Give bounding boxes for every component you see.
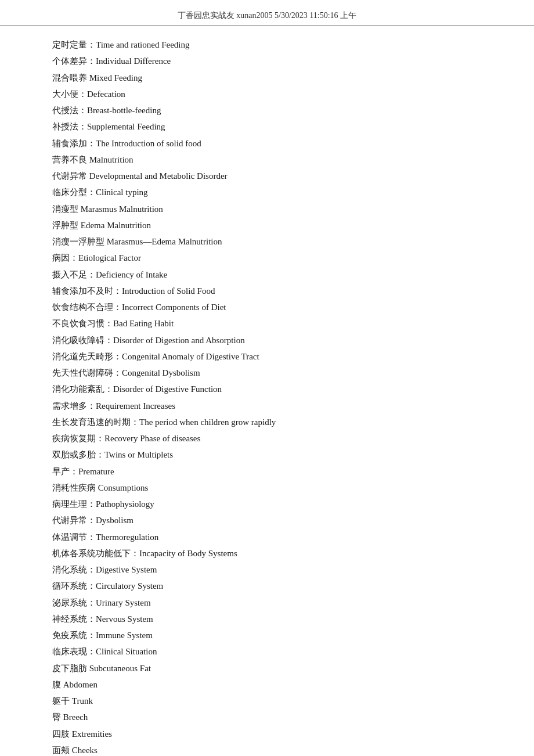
list-item: 生长发育迅速的时期：The period when children grow … xyxy=(52,414,482,430)
list-item: 浮肿型 Edema Malnutrition xyxy=(52,217,482,233)
list-item: 不良饮食习惯：Bad Eating Habit xyxy=(52,315,482,332)
list-item: 需求增多：Requirement Increases xyxy=(52,398,482,414)
list-item: 腹 Abdomen xyxy=(52,676,482,693)
list-item: 消化功能紊乱：Disorder of Digestive Function xyxy=(52,381,482,397)
list-item: 消瘦一浮肿型 Marasmus—Edema Malnutrition xyxy=(52,233,482,250)
list-item: 定时定量：Time and rationed Feeding xyxy=(52,37,482,53)
list-item: 代授法：Breast-bottle-feeding xyxy=(52,102,482,118)
list-item: 病因：Etiological Factor xyxy=(52,250,482,266)
list-item: 先天性代谢障碍：Congenital Dysbolism xyxy=(52,365,482,381)
list-item: 营养不良 Malnutrition xyxy=(52,152,482,168)
list-item: 临床表现：Clinical Situation xyxy=(52,643,482,660)
header-text: 丁香园忠实战友 xunan2005 5/30/2023 11:50:16 上午 xyxy=(178,11,356,20)
main-content: 定时定量：Time and rationed Feeding个体差异：Indiv… xyxy=(0,37,534,756)
list-item: 疾病恢复期：Recovery Phase of diseases xyxy=(52,430,482,447)
page-header: 丁香园忠实战友 xunan2005 5/30/2023 11:50:16 上午 xyxy=(0,0,534,26)
list-item: 代谢异常：Dysbolism xyxy=(52,512,482,528)
list-item: 大小便：Defecation xyxy=(52,86,482,102)
list-item: 个体差异：Individual Difference xyxy=(52,53,482,69)
list-item: 早产：Premature xyxy=(52,463,482,480)
list-item: 体温调节：Thermoregulation xyxy=(52,529,482,545)
list-item: 躯干 Trunk xyxy=(52,693,482,709)
list-item: 代谢异常 Developmental and Metabolic Disorde… xyxy=(52,168,482,184)
list-item: 面颊 Cheeks xyxy=(52,742,482,756)
list-item: 消化吸收障碍：Disorder of Digestion and Absorpt… xyxy=(52,332,482,348)
list-item: 双胎或多胎：Twins or Multiplets xyxy=(52,447,482,463)
list-item: 辅食添加：The Introduction of solid food xyxy=(52,135,482,152)
list-item: 辅食添加不及时：Introduction of Solid Food xyxy=(52,283,482,299)
list-item: 皮下脂肪 Subcutaneous Fat xyxy=(52,660,482,676)
list-item: 饮食结构不合理：Incorrect Components of Diet xyxy=(52,299,482,315)
list-item: 消耗性疾病 Consumptions xyxy=(52,480,482,496)
list-item: 臀 Breech xyxy=(52,709,482,725)
list-item: 临床分型：Clinical typing xyxy=(52,184,482,200)
list-item: 循环系统：Circulatory System xyxy=(52,578,482,594)
list-item: 消化系统：Digestive System xyxy=(52,561,482,578)
list-item: 病理生理：Pathophysiology xyxy=(52,496,482,512)
list-item: 神经系统：Nervous System xyxy=(52,611,482,627)
list-item: 补授法：Supplemental Feeding xyxy=(52,118,482,135)
list-item: 机体各系统功能低下：Incapacity of Body Systems xyxy=(52,545,482,561)
list-item: 混合喂养 Mixed Feeding xyxy=(52,70,482,86)
list-item: 摄入不足：Deficiency of Intake xyxy=(52,267,482,283)
list-item: 泌尿系统：Urinary System xyxy=(52,595,482,611)
list-item: 消化道先天畸形：Congenital Anomaly of Digestive … xyxy=(52,348,482,365)
list-item: 四肢 Extremities xyxy=(52,726,482,742)
list-item: 消瘦型 Marasmus Malnutrition xyxy=(52,201,482,217)
list-item: 免疫系统：Immune System xyxy=(52,627,482,643)
